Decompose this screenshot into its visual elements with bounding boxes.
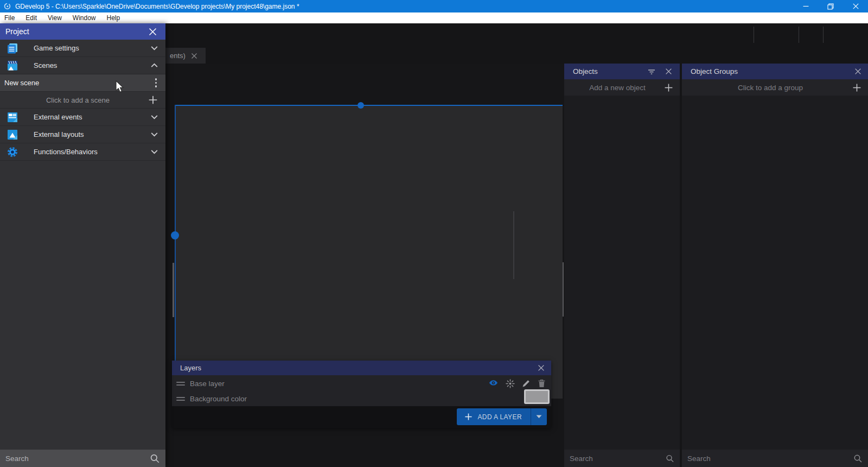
project-section-scenes[interactable]: Scenes bbox=[0, 57, 165, 74]
close-window-button[interactable] bbox=[843, 0, 868, 12]
toolbar-separator bbox=[823, 27, 824, 43]
menu-bar: File Edit View Window Help bbox=[0, 12, 868, 23]
layer-effects-icon[interactable] bbox=[506, 379, 515, 388]
layers-panel-title: Layers bbox=[180, 364, 538, 372]
background-color-label: Background color bbox=[190, 395, 247, 403]
menu-help[interactable]: Help bbox=[101, 12, 126, 23]
add-object-row[interactable]: Add a new object bbox=[564, 79, 680, 96]
project-section-game-settings[interactable]: Game settings bbox=[0, 40, 165, 57]
add-scene-row[interactable]: Click to add a scene bbox=[0, 92, 165, 109]
drag-handle-icon bbox=[176, 397, 185, 401]
add-object-label: Add a new object bbox=[571, 84, 664, 92]
project-panel-title: Project bbox=[5, 27, 149, 36]
scene-canvas[interactable] bbox=[176, 106, 563, 399]
toolbar-separator bbox=[754, 27, 754, 43]
scene-selection-top-border bbox=[175, 105, 563, 106]
scene-list-item-new-scene[interactable]: New scene bbox=[0, 74, 165, 92]
chevron-down-icon[interactable] bbox=[150, 130, 159, 139]
scene-editor-tab[interactable]: ents) bbox=[165, 48, 206, 64]
menu-view[interactable]: View bbox=[42, 12, 67, 23]
close-tab-icon[interactable] bbox=[191, 53, 197, 59]
add-scene-plus-icon[interactable] bbox=[148, 95, 158, 105]
restore-icon bbox=[827, 3, 834, 10]
background-color-swatch[interactable] bbox=[524, 389, 550, 404]
section-label: Game settings bbox=[34, 44, 79, 52]
tab-label: ents) bbox=[170, 52, 186, 60]
window-title: GDevelop 5 - C:\Users\Sparkle\OneDrive\D… bbox=[15, 3, 299, 10]
project-section-external-layouts[interactable]: External layouts bbox=[0, 126, 165, 143]
object-groups-panel: Object Groups Click to add a group bbox=[682, 64, 868, 467]
minimize-button[interactable] bbox=[793, 0, 818, 12]
add-layer-dropdown[interactable] bbox=[531, 408, 547, 425]
selection-handle-top[interactable] bbox=[358, 102, 364, 109]
menu-window[interactable]: Window bbox=[67, 12, 101, 23]
layers-panel-footer: ADD A LAYER bbox=[172, 406, 551, 428]
search-icon bbox=[853, 454, 863, 463]
objects-panel: Objects Add a new object bbox=[564, 64, 680, 467]
layer-row-base[interactable]: Base layer bbox=[172, 375, 551, 392]
edit-layer-pencil-icon[interactable] bbox=[522, 379, 531, 388]
minimize-icon bbox=[803, 3, 809, 9]
project-section-functions-behaviors[interactable]: Functions/Behaviors bbox=[0, 143, 165, 161]
vertical-scrollbar-right[interactable] bbox=[563, 262, 564, 317]
functions-behaviors-icon bbox=[7, 146, 18, 158]
background-color-row[interactable]: Background color bbox=[172, 392, 551, 406]
add-layer-button[interactable]: ADD A LAYER bbox=[457, 408, 547, 425]
chevron-down-icon[interactable] bbox=[150, 112, 159, 122]
close-object-groups-icon[interactable] bbox=[854, 68, 861, 75]
delete-layer-trash-icon[interactable] bbox=[538, 379, 546, 388]
close-objects-icon[interactable] bbox=[665, 68, 672, 75]
objects-search-input[interactable] bbox=[570, 455, 666, 463]
scene-options-menu-icon[interactable] bbox=[155, 78, 157, 87]
section-label: Functions/Behaviors bbox=[34, 148, 98, 156]
scene-selection-left-border bbox=[175, 105, 176, 399]
add-group-row[interactable]: Click to add a group bbox=[682, 79, 868, 96]
object-groups-panel-header: Object Groups bbox=[682, 64, 868, 79]
project-search-input[interactable] bbox=[5, 455, 150, 463]
project-panel: Project Game settings Scenes New scene bbox=[0, 23, 165, 467]
add-object-plus-icon[interactable] bbox=[664, 83, 673, 92]
layer-name: Base layer bbox=[190, 380, 225, 388]
filter-icon[interactable] bbox=[647, 67, 656, 76]
scene-name: New scene bbox=[4, 79, 39, 87]
objects-list-empty[interactable] bbox=[564, 96, 680, 450]
section-label: External layouts bbox=[34, 130, 84, 138]
plus-icon bbox=[464, 413, 473, 421]
toolbar-separator bbox=[799, 27, 799, 43]
objects-panel-title: Objects bbox=[573, 67, 647, 75]
layers-panel-header: Layers bbox=[172, 361, 551, 375]
menu-file[interactable]: File bbox=[0, 12, 20, 23]
project-search-bar bbox=[0, 450, 165, 467]
object-groups-list-empty[interactable] bbox=[682, 96, 868, 450]
main-workspace: ents) Layers Base layer bbox=[0, 23, 868, 467]
menu-edit[interactable]: Edit bbox=[20, 12, 42, 23]
add-layer-label: ADD A LAYER bbox=[477, 413, 522, 421]
section-label: External events bbox=[34, 113, 82, 121]
close-project-icon[interactable] bbox=[149, 28, 157, 36]
add-group-plus-icon[interactable] bbox=[852, 83, 861, 92]
visibility-eye-icon[interactable] bbox=[488, 380, 499, 388]
add-group-label: Click to add a group bbox=[688, 84, 852, 92]
close-icon bbox=[853, 3, 859, 9]
window-titlebar[interactable]: GDevelop 5 - C:\Users\Sparkle\OneDrive\D… bbox=[0, 0, 868, 12]
caret-down-icon bbox=[536, 415, 542, 419]
objects-search-bar bbox=[564, 450, 680, 467]
object-groups-search-input[interactable] bbox=[687, 455, 853, 463]
chevron-down-icon[interactable] bbox=[150, 43, 159, 53]
project-panel-header: Project bbox=[0, 23, 165, 40]
objects-panel-scrollbar[interactable] bbox=[513, 211, 514, 279]
restore-button[interactable] bbox=[818, 0, 843, 12]
section-label: Scenes bbox=[34, 61, 57, 70]
drag-handle-icon[interactable] bbox=[176, 382, 185, 386]
chevron-down-icon[interactable] bbox=[150, 147, 159, 156]
object-groups-panel-title: Object Groups bbox=[691, 67, 854, 75]
selection-handle-left[interactable] bbox=[171, 231, 179, 239]
chevron-up-icon[interactable] bbox=[150, 61, 159, 70]
scenes-icon bbox=[7, 60, 18, 72]
project-section-external-events[interactable]: External events bbox=[0, 109, 165, 126]
close-layers-icon[interactable] bbox=[538, 364, 545, 371]
vertical-scrollbar-left[interactable] bbox=[173, 263, 174, 317]
game-settings-icon bbox=[7, 42, 18, 54]
external-events-icon bbox=[7, 111, 18, 123]
search-icon bbox=[666, 454, 674, 463]
